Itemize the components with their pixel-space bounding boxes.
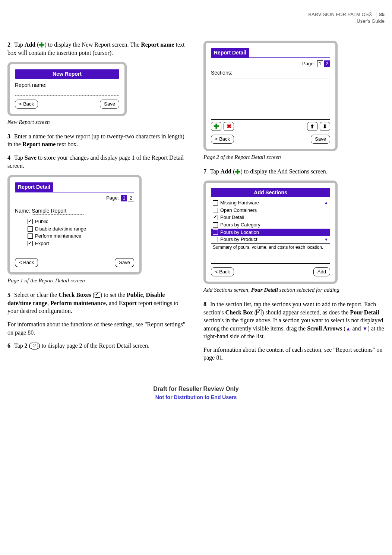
step-5-info: For information about the functions of t… — [7, 320, 189, 336]
step-number: 7 — [203, 168, 206, 175]
step-7: 7Tap Add (✚) to display the Add Sections… — [203, 167, 385, 176]
checkbox-icon — [28, 219, 33, 224]
page-2-icon: 2 — [31, 342, 38, 349]
step-number: 3 — [7, 133, 10, 139]
step-5: 5Select or clear the Check Boxes () to s… — [7, 291, 189, 315]
product-name: BARVISION FOR PALM OS® — [308, 12, 372, 17]
step-number: 4 — [7, 154, 10, 161]
scroll-down-icon[interactable]: ▼ — [324, 237, 328, 242]
step-number: 6 — [7, 342, 10, 349]
x-icon: ✖ — [227, 123, 231, 129]
checkbox-icon — [213, 229, 218, 235]
page-1-tab[interactable]: 1 — [121, 195, 127, 201]
step-8: 8In the section list, tap the sections y… — [203, 300, 385, 341]
name-value[interactable]: Sample Report — [32, 207, 84, 215]
back-button[interactable]: < Back — [211, 135, 234, 144]
plus-icon: ✚ — [39, 42, 44, 48]
titlebar: Report Detail — [15, 182, 53, 192]
checkbox-icon — [213, 208, 218, 213]
back-button[interactable]: < Back — [15, 258, 38, 267]
name-label: Name: — [15, 208, 30, 214]
checkbox-icon — [95, 292, 100, 298]
checkbox-icon — [28, 233, 33, 239]
page-header: BARVISION FOR PALM OS® 85 User's Guide — [7, 11, 385, 24]
back-button[interactable]: < Back — [15, 100, 38, 109]
page-number: 85 — [376, 11, 385, 18]
section-item-selected[interactable]: Pours by Location — [211, 229, 330, 236]
down-arrow-icon: ⬇ — [323, 123, 327, 130]
checkbox-icon — [213, 215, 218, 220]
checkbox-icon — [213, 237, 218, 242]
section-item[interactable]: Pour Detail — [211, 214, 330, 221]
screenshot-report-detail-1: Report Detail Page: 12 Name: Sample Repo… — [7, 175, 142, 275]
caption-add-sections: Add Sections screen, Pour Detail section… — [203, 286, 385, 294]
titlebar: Add Sections — [211, 188, 330, 197]
section-item[interactable]: Missing Hardware — [211, 199, 330, 207]
screenshot-new-report: New Report Report name: < Back Save — [7, 62, 127, 116]
caption-rd1: Page 1 of the Report Detail screen — [7, 277, 189, 284]
add-button[interactable]: ✚ — [211, 122, 221, 131]
step-number: 5 — [7, 292, 10, 298]
screenshot-add-sections: Add Sections Missing Hardware Open Conta… — [203, 181, 338, 283]
up-arrow-icon: ⬆ — [310, 123, 314, 130]
delete-button[interactable]: ✖ — [224, 122, 234, 131]
checkbox-icon — [256, 310, 262, 315]
step-4: 4Tap Save to store your changes and disp… — [7, 154, 189, 170]
page-2-tab[interactable]: 2 — [128, 195, 134, 201]
step-8-info: For information about the content of eac… — [203, 346, 385, 362]
page-1-tab[interactable]: 1 — [317, 60, 323, 67]
guide-label: User's Guide — [357, 18, 385, 24]
titlebar: Report Detail — [211, 48, 249, 57]
checkbox-icon — [28, 241, 33, 246]
section-item[interactable]: Open Containers — [211, 207, 330, 214]
opt-maintenance[interactable]: Perform maintenance — [26, 232, 134, 240]
section-item[interactable]: Pours by Product — [211, 236, 330, 243]
save-button[interactable]: Save — [311, 135, 330, 144]
checkbox-icon — [213, 222, 218, 228]
checkbox-icon — [28, 226, 33, 232]
section-item[interactable]: Pours by Category — [211, 221, 330, 229]
add-button[interactable]: Add — [313, 267, 330, 276]
step-3: 3Enter a name for the new report (up to … — [7, 132, 189, 148]
footer-line-1: Draft for Reseller Review Only — [7, 385, 385, 393]
plus-icon: ✚ — [235, 169, 240, 175]
opt-export[interactable]: Export — [26, 240, 134, 247]
left-column: 2Tap Add (✚) to display the New Report s… — [7, 35, 189, 366]
page-indicator: Page: 12 — [15, 195, 134, 201]
opt-public[interactable]: Public — [26, 218, 134, 225]
scroll-up-icon: ▲ — [346, 326, 351, 332]
report-name-label: Report name: — [15, 82, 119, 89]
step-number: 8 — [203, 301, 206, 307]
back-button[interactable]: < Back — [211, 267, 234, 276]
screenshot-report-detail-2: Report Detail Page: 12 Sections: ✚ ✖ ⬆ ⬇… — [203, 41, 338, 151]
page-footer: Draft for Reseller Review Only Not for D… — [7, 385, 385, 401]
move-down-button[interactable]: ⬇ — [320, 122, 330, 131]
caption-new-report: New Report screen — [7, 118, 189, 126]
move-up-button[interactable]: ⬆ — [307, 122, 317, 131]
titlebar: New Report — [15, 69, 119, 79]
checkbox-icon — [213, 200, 218, 206]
footer-line-2: Not for Distribution to End Users — [7, 394, 385, 401]
caption-rd2: Page 2 of the Report Detail screen — [203, 153, 385, 161]
page-indicator: Page: 12 — [211, 60, 330, 67]
sections-list[interactable] — [211, 78, 330, 120]
step-6: 6Tap 2 (2) to display page 2 of the Repo… — [7, 342, 189, 350]
report-name-input[interactable] — [15, 89, 119, 96]
step-number: 2 — [7, 41, 10, 48]
save-button[interactable]: Save — [115, 258, 134, 267]
save-button[interactable]: Save — [100, 100, 119, 109]
right-column: Report Detail Page: 12 Sections: ✚ ✖ ⬆ ⬇… — [203, 35, 385, 366]
scroll-down-icon: ▼ — [363, 326, 368, 332]
sections-label: Sections: — [211, 69, 330, 76]
step-2: 2Tap Add (✚) to display the New Report s… — [7, 41, 189, 57]
opt-disable-date[interactable]: Disable date/time range — [26, 225, 134, 233]
section-description: Summary of pours, volume, and costs for … — [211, 243, 330, 264]
page-2-tab[interactable]: 2 — [324, 60, 330, 67]
plus-icon: ✚ — [214, 123, 219, 130]
scroll-up-icon[interactable]: ▲ — [324, 200, 328, 206]
